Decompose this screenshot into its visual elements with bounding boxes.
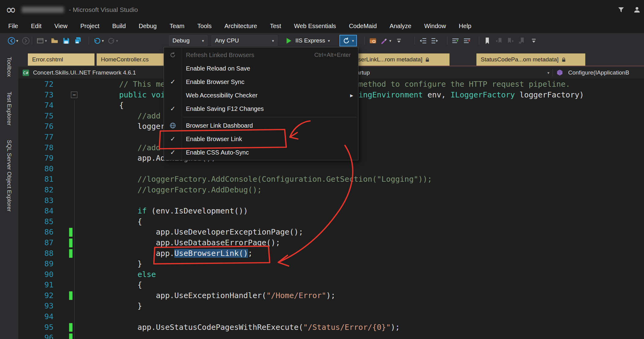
line-number: 92: [18, 290, 54, 301]
document-tab-homecontroller-cs[interactable]: HomeController.cs: [97, 53, 165, 66]
menu-file[interactable]: File: [2, 19, 24, 33]
toolbar-group-comment: [451, 33, 471, 48]
code-line-96[interactable]: 96: [18, 333, 644, 339]
code-line-89[interactable]: 89 }: [18, 259, 644, 269]
member-dropdown[interactable]: Configure(IApplicationB: [568, 67, 644, 78]
save-all-button[interactable]: [74, 37, 82, 45]
menu-web-essentials[interactable]: Web Essentials: [287, 19, 342, 33]
menu-item-enable-browser-link[interactable]: ✓Enable Browser Link: [164, 132, 358, 146]
menu-help[interactable]: Help: [452, 19, 478, 33]
menu-item-enable-reload-on-save[interactable]: Enable Reload on Save: [164, 62, 358, 75]
menu-architecture[interactable]: Architecture: [218, 19, 264, 33]
toolbar-options-button[interactable]: [395, 37, 403, 45]
start-debugging-button[interactable]: IIS Express ▾: [283, 35, 332, 46]
menu-debug[interactable]: Debug: [132, 19, 163, 33]
increase-line-indent-button[interactable]: [431, 37, 439, 45]
project-dropdown[interactable]: Concert.Skills.UI..NET Framework 4.6.1: [33, 67, 136, 78]
chevron-down-icon: ▾: [202, 39, 204, 43]
uncomment-selection-button[interactable]: [463, 37, 471, 45]
code-line-94[interactable]: 94: [18, 312, 644, 322]
gutter-zone: [54, 312, 82, 322]
line-number: 73: [18, 90, 54, 100]
code-line-84[interactable]: 84 if (env.IsDevelopment()): [18, 206, 644, 217]
cube-icon: [556, 67, 564, 78]
code-text: {: [82, 280, 644, 290]
toolbar-group-edit: ▾▾: [93, 33, 118, 48]
page-inspector-button[interactable]: [369, 37, 377, 45]
sidebar-tab-test-explorer[interactable]: Test Explorer: [6, 88, 13, 129]
menu-edit[interactable]: Edit: [24, 19, 48, 33]
save-button[interactable]: [62, 37, 70, 45]
document-tab-error-cshtml[interactable]: Error.cshtml: [28, 53, 94, 66]
feedback-filter-icon[interactable]: [617, 6, 625, 14]
codemaid-cleanup-button[interactable]: ▾: [380, 37, 391, 45]
menu-tools[interactable]: Tools: [191, 19, 218, 33]
save-all-icon: [74, 37, 82, 45]
code-line-92[interactable]: 92 app.UseExceptionHandler("/Home/Error"…: [18, 290, 644, 301]
change-bar: [69, 334, 72, 339]
menu-item-enable-saving-f12-changes[interactable]: ✓Enable Saving F12 Changes: [164, 102, 358, 115]
chevron-down-icon[interactable]: ▾: [389, 39, 391, 43]
line-number: 95: [18, 322, 54, 333]
code-line-88[interactable]: 88 app.UseBrowserLink();: [18, 248, 644, 259]
code-line-81[interactable]: 81 //loggerFactory.AddConsole(Configurat…: [18, 174, 644, 185]
window-title: - Microsoft Visual Studio: [69, 6, 138, 13]
code-line-87[interactable]: 87 app.UseDatabaseErrorPage();: [18, 238, 644, 248]
menu-item-enable-browser-sync[interactable]: ✓Enable Browser Sync: [164, 75, 358, 89]
code-line-82[interactable]: 82 //loggerFactory.AddDebug();: [18, 185, 644, 195]
fold-collapse-box[interactable]: −: [71, 92, 77, 98]
browser-link-refresh-button[interactable]: ▾: [339, 35, 357, 46]
menu-window[interactable]: Window: [418, 19, 452, 33]
check-icon: ✓: [164, 105, 182, 112]
chevron-down-icon[interactable]: ▾: [16, 39, 18, 43]
sidebar-tab-sql-server-object-explorer[interactable]: SQL Server Object Explorer: [6, 136, 13, 215]
code-line-83[interactable]: 83: [18, 195, 644, 206]
new-window-button[interactable]: ▾: [36, 37, 47, 45]
comment-selection-button[interactable]: [451, 37, 460, 45]
menu-item-refresh-linked-browsers[interactable]: Refresh Linked BrowsersCtrl+Alt+Enter: [164, 48, 358, 62]
menu-item-web-accessibility-checker[interactable]: Web Accessibility Checker▶: [164, 89, 358, 102]
sidebar-tab-toolbox[interactable]: Toolbox: [6, 53, 13, 81]
comment-icon: [451, 37, 460, 45]
window-icon: [36, 37, 44, 45]
menu-item-browser-link-dashboard[interactable]: Browser Link Dashboard: [164, 119, 358, 132]
menu-analyze[interactable]: Analyze: [383, 19, 418, 33]
code-line-91[interactable]: 91 {: [18, 280, 644, 290]
text-editor-toolbar-options-button[interactable]: [530, 37, 538, 45]
code-line-90[interactable]: 90 else: [18, 269, 644, 280]
decrease-line-indent-button[interactable]: [419, 37, 427, 45]
globe-icon: [164, 122, 182, 129]
document-tab-statuscodepa-om-metadata[interactable]: StatusCodePa...om metadata]: [476, 53, 585, 66]
menu-item-label: Enable Browser Sync: [182, 78, 358, 86]
undo-button[interactable]: ▾: [93, 37, 104, 45]
chevron-down-icon[interactable]: ▾: [352, 39, 354, 43]
menu-project[interactable]: Project: [74, 19, 106, 33]
code-line-95[interactable]: 95 app.UseStatusCodePagesWithReExecute("…: [18, 322, 644, 333]
menu-team[interactable]: Team: [163, 19, 191, 33]
open-file-button[interactable]: [50, 37, 59, 45]
navigate-backward-button[interactable]: ▾: [7, 37, 18, 45]
solution-configuration-combo[interactable]: Debug▾: [169, 35, 207, 46]
refresh-gray-icon: [164, 51, 182, 59]
code-line-80[interactable]: 80: [18, 164, 644, 174]
toggle-bookmark-button[interactable]: [483, 37, 491, 45]
menu-view[interactable]: View: [48, 19, 74, 33]
menu-shortcut: Ctrl+Alt+Enter: [314, 52, 358, 58]
line-number: 85: [18, 217, 54, 227]
menu-item-enable-css-auto-sync[interactable]: ✓Enable CSS Auto-Sync: [164, 146, 358, 159]
previous-bookmark-button: [495, 37, 503, 45]
code-line-86[interactable]: 86 app.UseDeveloperExceptionPage();: [18, 227, 644, 238]
type-dropdown-caret-icon[interactable]: ▾: [547, 67, 550, 78]
chevron-down-icon[interactable]: ▾: [102, 39, 104, 43]
menu-test[interactable]: Test: [264, 19, 288, 33]
line-number: 74: [18, 100, 54, 111]
code-line-93[interactable]: 93 }: [18, 301, 644, 312]
menu-build[interactable]: Build: [106, 19, 132, 33]
menu-codemaid[interactable]: CodeMaid: [342, 19, 383, 33]
solution-platform-combo[interactable]: Any CPU▾: [212, 35, 277, 46]
redacted-project-name: [22, 7, 64, 13]
account-icon[interactable]: [633, 6, 641, 14]
redo-icon: [107, 37, 116, 45]
chevron-down-icon[interactable]: ▾: [45, 39, 47, 43]
code-line-85[interactable]: 85 {: [18, 217, 644, 227]
